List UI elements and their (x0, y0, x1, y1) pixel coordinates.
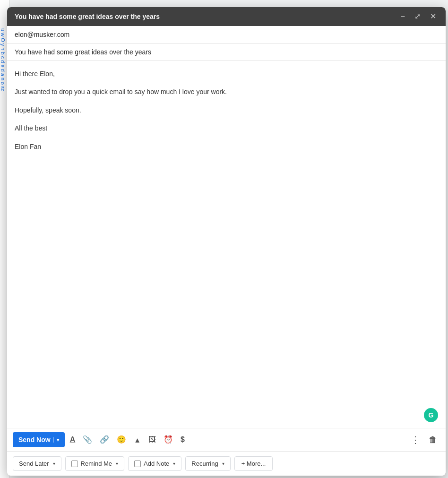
email-body[interactable]: Hi there Elon, Just wanted to drop you a… (7, 61, 446, 428)
image-button[interactable]: 🖼 (146, 434, 158, 445)
schedule-icon: ⏰ (164, 436, 173, 443)
toolbar: Send Now ▾ A 📎 🔗 🙂 ▲ 🖼 ⏰ $ ⋮ (7, 428, 446, 451)
remind-me-button[interactable]: Remind Me ▾ (65, 456, 124, 471)
body-line-2: Just wanted to drop you a quick email to… (15, 87, 438, 97)
dollar-button[interactable]: $ (178, 434, 187, 445)
to-input[interactable] (15, 31, 438, 38)
send-later-label: Send Later (19, 460, 49, 467)
image-icon: 🖼 (148, 436, 156, 443)
link-button[interactable]: 🔗 (97, 434, 112, 445)
action-bar: Send Later ▾ Remind Me ▾ Add Note ▾ Recu… (7, 451, 446, 476)
add-note-arrow: ▾ (173, 461, 175, 466)
delete-button[interactable]: 🗑 (426, 433, 440, 447)
add-note-checkbox[interactable] (134, 461, 141, 467)
grammarly-letter: G (429, 410, 434, 420)
trash-icon: 🗑 (429, 435, 437, 444)
window-controls: − ⤢ ✕ (399, 12, 438, 21)
send-later-button[interactable]: Send Later ▾ (13, 456, 61, 471)
emoji-button[interactable]: 🙂 (114, 434, 129, 445)
remind-me-label: Remind Me (81, 460, 112, 467)
add-note-button[interactable]: Add Note ▾ (128, 456, 181, 471)
window-title: You have had some great ideas over the y… (15, 13, 160, 20)
body-line-4: All the best (15, 123, 438, 133)
attach-icon: 📎 (83, 436, 92, 443)
subject-field-row (7, 43, 446, 61)
title-bar: You have had some great ideas over the y… (7, 7, 446, 26)
to-field-row (7, 26, 446, 43)
drive-button[interactable]: ▲ (131, 435, 143, 445)
drive-icon: ▲ (134, 436, 141, 443)
close-button[interactable]: ✕ (428, 12, 438, 21)
grammarly-badge[interactable]: G (424, 408, 438, 422)
more-button[interactable]: + More... (234, 456, 273, 471)
recurring-button[interactable]: Recurring ▾ (185, 456, 230, 471)
more-label: + More... (241, 460, 266, 467)
maximize-button[interactable]: ⤢ (413, 12, 422, 21)
attach-button[interactable]: 📎 (80, 434, 95, 445)
format-text-icon: A (70, 436, 76, 443)
send-now-button[interactable]: Send Now ▾ (13, 432, 65, 447)
format-text-button[interactable]: A (68, 434, 78, 445)
recurring-arrow: ▾ (222, 461, 224, 466)
body-line-1: Hi there Elon, (15, 69, 438, 79)
minimize-button[interactable]: − (399, 12, 407, 21)
compose-window: You have had some great ideas over the y… (7, 7, 446, 476)
remind-me-checkbox[interactable] (71, 461, 78, 467)
remind-me-arrow: ▾ (116, 461, 118, 466)
link-icon: 🔗 (100, 436, 109, 443)
send-now-dropdown-arrow[interactable]: ▾ (53, 437, 59, 443)
subject-input[interactable] (15, 48, 438, 56)
more-options-button[interactable]: ⋮ (408, 432, 423, 447)
more-options-icon: ⋮ (411, 435, 420, 445)
body-line-5: Elon Fan (15, 141, 438, 152)
body-line-3: Hopefully, speak soon. (15, 105, 438, 115)
recurring-label: Recurring (191, 460, 218, 467)
send-now-label: Send Now (18, 436, 51, 443)
add-note-label: Add Note (144, 460, 169, 467)
dollar-icon: $ (181, 436, 185, 443)
emoji-icon: 🙂 (117, 436, 126, 443)
send-later-arrow: ▾ (53, 461, 55, 466)
schedule-button[interactable]: ⏰ (161, 434, 175, 445)
